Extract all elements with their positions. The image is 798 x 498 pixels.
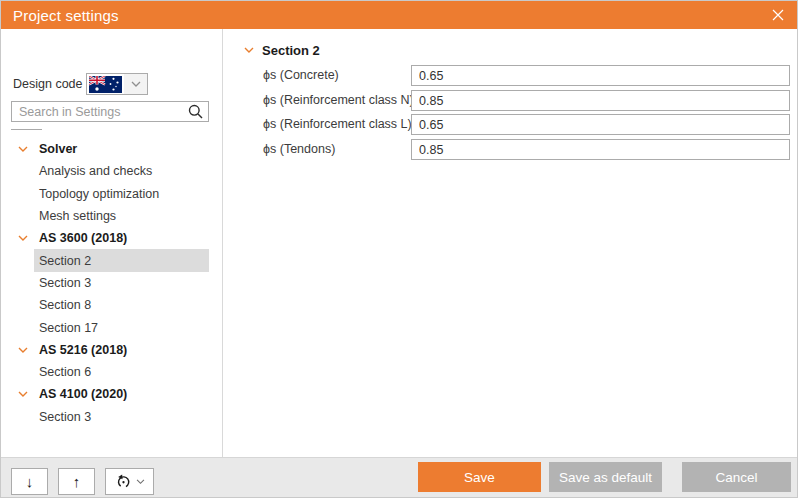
tree-item-section-6[interactable]: Section 6 (34, 361, 209, 383)
save-as-default-button[interactable]: Save as default (549, 462, 662, 492)
settings-sidebar: Design code (1, 29, 223, 457)
chevron-down-icon (18, 235, 28, 242)
tree-item-label: AS 3600 (2018) (39, 231, 127, 245)
tree-item-section-3-as4100[interactable]: Section 3 (34, 406, 209, 428)
phi-s-concrete-label: ϕs (Concrete) (263, 65, 411, 86)
tree-item-as-3600-2018[interactable]: AS 3600 (2018) (34, 227, 209, 249)
window-title: Project settings (1, 7, 119, 24)
arrow-up-icon: ↑ (73, 473, 81, 490)
chevron-down-icon (18, 146, 28, 153)
design-code-dropdown[interactable] (86, 73, 148, 95)
cancel-button-label: Cancel (715, 470, 757, 485)
divider (11, 129, 42, 130)
phi-s-reinforcement-l-label: ϕs (Reinforcement class L) (263, 114, 411, 135)
arrow-down-icon: ↓ (26, 473, 34, 490)
close-icon (772, 9, 784, 21)
tree-item-label: AS 5216 (2018) (39, 343, 127, 357)
save-button-label: Save (464, 470, 495, 485)
reset-icon (115, 473, 132, 490)
design-code-label: Design code (13, 77, 83, 91)
tree-item-label: Section 6 (39, 365, 91, 379)
tree-item-as-5216-2018[interactable]: AS 5216 (2018) (34, 339, 209, 361)
chevron-down-icon (244, 47, 254, 54)
tree-item-section-8[interactable]: Section 8 (34, 294, 209, 316)
tree-item-analysis-and-checks[interactable]: Analysis and checks (34, 160, 209, 182)
project-settings-dialog: Project settings Design code (0, 0, 798, 498)
tree-item-section-17[interactable]: Section 17 (34, 316, 209, 338)
cancel-button[interactable]: Cancel (682, 462, 791, 492)
save-button[interactable]: Save (418, 462, 541, 492)
phi-s-reinforcement-n-label: ϕs (Reinforcement class N) (263, 90, 411, 111)
chevron-down-icon (18, 347, 28, 354)
tree-item-solver[interactable]: Solver (34, 138, 209, 160)
search-input[interactable] (11, 101, 209, 122)
phi-s-reinforcement-l-input[interactable] (411, 114, 790, 135)
save-as-default-button-label: Save as default (559, 470, 652, 485)
section-header-label: Section 2 (262, 43, 320, 58)
reset-settings-button[interactable] (105, 468, 154, 495)
tree-item-topology-optimization[interactable]: Topology optimization (34, 183, 209, 205)
tree-item-label: Analysis and checks (39, 164, 152, 178)
tree-item-mesh-settings[interactable]: Mesh settings (34, 205, 209, 227)
phi-s-concrete-input[interactable] (411, 65, 790, 86)
australia-flag-icon (89, 76, 122, 93)
tree-item-section-3[interactable]: Section 3 (34, 272, 209, 294)
export-settings-button[interactable]: ↑ (58, 468, 95, 495)
chevron-down-icon (18, 391, 28, 398)
chevron-down-icon (131, 81, 141, 88)
section-header[interactable]: Section 2 (244, 43, 320, 58)
tree-item-label: Section 8 (39, 298, 91, 312)
tree-item-label: Topology optimization (39, 187, 159, 201)
chevron-down-icon (136, 479, 145, 485)
phi-s-tendons-label: ϕs (Tendons) (263, 139, 411, 160)
phi-s-reinforcement-n-input[interactable] (411, 90, 790, 111)
tree-item-label: Section 17 (39, 321, 98, 335)
tree-item-section-2[interactable]: Section 2 (34, 249, 209, 271)
tree-item-label: Solver (39, 142, 77, 156)
tree-item-label: Mesh settings (39, 209, 116, 223)
titlebar[interactable]: Project settings (1, 1, 798, 29)
phi-s-tendons-input[interactable] (411, 139, 790, 160)
tree-item-label: Section 3 (39, 276, 91, 290)
tree-item-label: Section 3 (39, 410, 91, 424)
close-button[interactable] (757, 1, 798, 29)
tree-item-label: AS 4100 (2020) (39, 387, 127, 401)
settings-tree: Solver Analysis and checks Topology opti… (34, 138, 209, 428)
tree-item-label: Section 2 (39, 254, 91, 268)
search-icon (188, 104, 203, 119)
tree-item-as-4100-2020[interactable]: AS 4100 (2020) (34, 383, 209, 405)
import-settings-button[interactable]: ↓ (11, 468, 48, 495)
